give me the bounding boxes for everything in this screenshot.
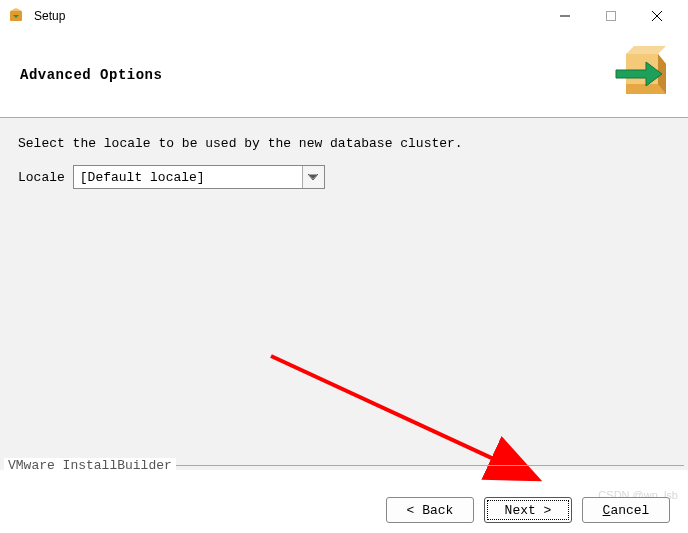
svg-rect-2 <box>607 12 616 21</box>
separator-line <box>176 465 684 466</box>
minimize-button[interactable] <box>542 1 588 31</box>
content-area: Select the locale to be used by the new … <box>0 118 688 470</box>
locale-select-value: [Default locale] <box>74 170 302 185</box>
page-title: Advanced Options <box>20 67 162 83</box>
locale-row: Locale [Default locale] <box>18 165 670 189</box>
next-button[interactable]: Next > <box>484 497 572 523</box>
footer-buttons: < Back Next > Cancel <box>386 497 670 523</box>
cancel-button[interactable]: Cancel <box>582 497 670 523</box>
chevron-down-icon[interactable] <box>302 166 324 188</box>
footer-separator: VMware InstallBuilder <box>4 457 684 473</box>
locale-select[interactable]: [Default locale] <box>73 165 325 189</box>
back-button[interactable]: < Back <box>386 497 474 523</box>
instruction-text: Select the locale to be used by the new … <box>18 136 670 151</box>
app-icon <box>8 7 26 25</box>
header: Advanced Options <box>0 32 688 118</box>
builder-label: VMware InstallBuilder <box>4 458 176 473</box>
titlebar: Setup <box>0 0 688 32</box>
window-controls <box>542 1 680 31</box>
maximize-button <box>588 1 634 31</box>
window-title: Setup <box>34 9 542 23</box>
box-arrow-icon <box>608 40 672 104</box>
locale-label: Locale <box>18 170 65 185</box>
close-button[interactable] <box>634 1 680 31</box>
